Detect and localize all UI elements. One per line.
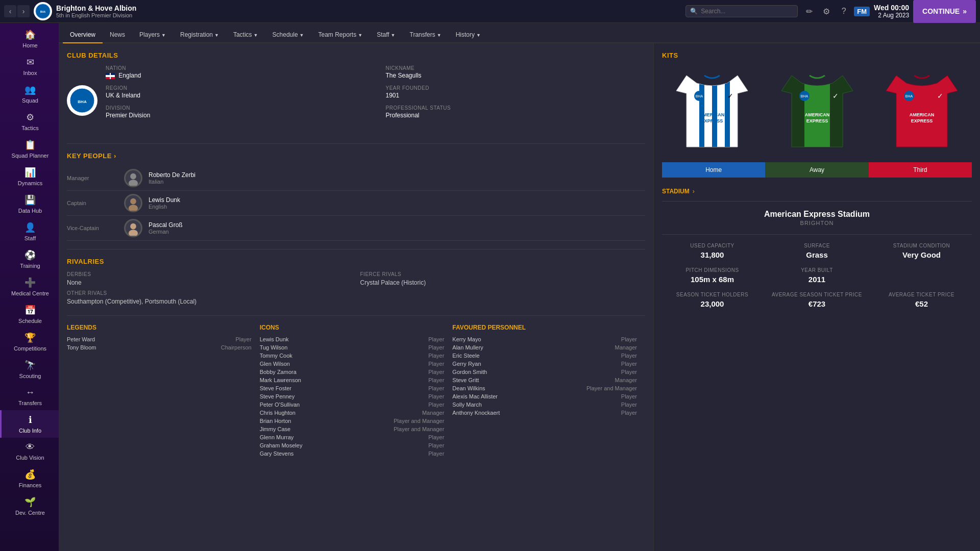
search-bar[interactable]: 🔍	[685, 5, 798, 17]
person-name: Glenn Murray	[260, 434, 294, 440]
person-role: Player	[428, 353, 444, 359]
year-founded-item: YEAR FOUNDED 1901	[386, 85, 646, 99]
edit-icon[interactable]: ✏	[802, 4, 816, 18]
key-person-role: Captain	[67, 200, 118, 206]
tab-overview[interactable]: Overview	[63, 27, 103, 43]
svg-text:BHA: BHA	[40, 11, 46, 13]
dev. centre-icon: 🌱	[24, 496, 36, 508]
home-kit-tab[interactable]: Home	[662, 162, 765, 178]
stadium-header[interactable]: STADIUM ›	[662, 188, 972, 195]
kits-title: KITS	[662, 52, 972, 59]
home-icon: 🏠	[24, 29, 36, 40]
pitch-dimensions-stat: PITCH DIMENSIONS 105m x 68m	[662, 267, 763, 284]
person-name: Gordon Smith	[452, 369, 487, 375]
continue-arrow-icon: »	[963, 7, 967, 15]
sidebar-item-training[interactable]: ⚽Training	[0, 245, 59, 273]
key-person-name: Roberto De Zerbi	[149, 171, 195, 179]
fierce-rivals-item: FIERCE RIVALS Crystal Palace (Historic)	[360, 271, 646, 286]
sidebar-item-tactics[interactable]: ⚙Tactics	[0, 108, 59, 135]
stadium-city: BRIGHTON	[662, 220, 972, 226]
back-button[interactable]: ‹	[4, 5, 16, 17]
person-role: Player	[428, 361, 444, 367]
sidebar-item-finances[interactable]: 💰Finances	[0, 465, 59, 492]
sidebar-item-staff[interactable]: 👤Staff	[0, 218, 59, 245]
tab-tactics[interactable]: Tactics▼	[226, 27, 265, 43]
tab-players[interactable]: Players▼	[132, 27, 173, 43]
help-icon[interactable]: ⚙	[819, 4, 834, 18]
tab-history[interactable]: History▼	[449, 27, 488, 43]
info-icon[interactable]: ?	[837, 4, 851, 18]
person-name: Alan Mullery	[452, 344, 483, 350]
sidebar-item-dev.-centre[interactable]: 🌱Dev. Centre	[0, 492, 59, 520]
stadium-name: American Express Stadium	[662, 210, 972, 219]
sidebar-item-medical-centre[interactable]: ➕Medical Centre	[0, 273, 59, 300]
key-person-name: Lewis Dunk	[149, 196, 180, 204]
sidebar-item-club-vision[interactable]: 👁Club Vision	[0, 438, 59, 465]
sidebar-item-club-info[interactable]: ℹClub Info	[0, 410, 59, 438]
sidebar-item-data-hub[interactable]: 💾Data Hub	[0, 190, 59, 218]
tab-registration[interactable]: Registration▼	[173, 27, 226, 43]
sidebar-item-scouting[interactable]: 🔭Scouting	[0, 356, 59, 383]
continue-button[interactable]: CONTINUE »	[913, 0, 976, 23]
schedule-icon: 📅	[24, 305, 36, 316]
list-item: Peter WardPlayer	[67, 336, 252, 342]
list-item: Gordon SmithPlayer	[452, 369, 637, 375]
avg-season-ticket-stat: AVERAGE SEASON TICKET PRICE €723	[767, 292, 867, 308]
used-capacity-stat: USED CAPACITY 31,800	[662, 243, 763, 259]
list-item: Dean WilkinsPlayer and Manager	[452, 385, 637, 391]
squad-icon: 👥	[24, 84, 36, 95]
person-name: Tug Wilson	[260, 344, 288, 350]
nation-value: England	[106, 72, 365, 79]
competitions-icon: 🏆	[24, 332, 36, 343]
sidebar-item-inbox[interactable]: ✉Inbox	[0, 53, 59, 80]
club vision-icon: 👁	[26, 442, 35, 453]
person-name: Kerry Mayo	[452, 336, 481, 342]
tab-team-reports[interactable]: Team Reports▼	[311, 27, 370, 43]
club-badge: BHA	[67, 85, 97, 116]
sidebar-item-home[interactable]: 🏠Home	[0, 25, 59, 53]
list-item: Glenn MurrayPlayer	[260, 434, 445, 440]
person-name: Alexis Mac Allister	[452, 393, 498, 399]
date-display: 2 Aug 2023	[874, 12, 909, 19]
sidebar-item-squad[interactable]: 👥Squad	[0, 80, 59, 108]
svg-text:AMERICAN: AMERICAN	[804, 112, 829, 117]
legends-column: LEGENDSPeter WardPlayerTony BloomChairpe…	[67, 324, 260, 459]
right-panel: KITS	[653, 43, 980, 551]
list-item: Eric SteelePlayer	[452, 353, 637, 359]
tab-schedule[interactable]: Schedule▼	[265, 27, 311, 43]
person-role: Manager	[615, 377, 637, 383]
list-item: Kerry MayoPlayer	[452, 336, 637, 342]
key-person-avatar	[124, 219, 142, 237]
forward-button[interactable]: ›	[17, 5, 30, 17]
away-kit: AMERICAN EXPRESS ✓ BHA	[767, 65, 867, 157]
squad planner-icon: 📋	[24, 139, 36, 151]
sidebar-item-transfers[interactable]: ↔Transfers	[0, 383, 59, 410]
key-person-name: Pascal Groß	[149, 221, 183, 229]
key-people-title[interactable]: KEY PEOPLE	[67, 152, 645, 160]
person-name: Anthony Knockaert	[452, 410, 500, 416]
rivalries-title: RIVALRIES	[67, 258, 645, 265]
sidebar-item-squad-planner[interactable]: 📋Squad Planner	[0, 135, 59, 163]
tab-transfers[interactable]: Transfers▼	[403, 27, 449, 43]
empty-stat	[871, 267, 972, 284]
person-role: Player	[428, 442, 444, 448]
svg-point-5	[130, 173, 136, 180]
club-detail-grid: NATION England NICKNAME The Seagulls REG…	[106, 65, 645, 125]
list-item: Alan MulleryManager	[452, 344, 637, 350]
person-name: Chris Hughton	[260, 410, 296, 416]
season-ticket-holders-stat: SEASON TICKET HOLDERS 23,000	[662, 292, 763, 308]
third-kit: AMERICAN EXPRESS ✓ BHA	[872, 65, 972, 157]
person-role: Player	[428, 434, 444, 440]
svg-rect-14	[712, 76, 717, 147]
sidebar-item-schedule[interactable]: 📅Schedule	[0, 300, 59, 328]
sidebar-item-dynamics[interactable]: 📊Dynamics	[0, 163, 59, 190]
search-input[interactable]	[701, 8, 793, 15]
away-kit-tab[interactable]: Away	[765, 162, 868, 178]
person-role: Player	[621, 336, 637, 342]
tab-news[interactable]: News	[103, 27, 132, 43]
person-role: Player	[428, 385, 444, 391]
sidebar-item-competitions[interactable]: 🏆Competitions	[0, 328, 59, 356]
third-kit-tab[interactable]: Third	[869, 162, 972, 178]
tab-staff[interactable]: Staff▼	[370, 27, 402, 43]
home-kit: AMERICAN EXPRESS ✓ BHA	[662, 65, 762, 157]
